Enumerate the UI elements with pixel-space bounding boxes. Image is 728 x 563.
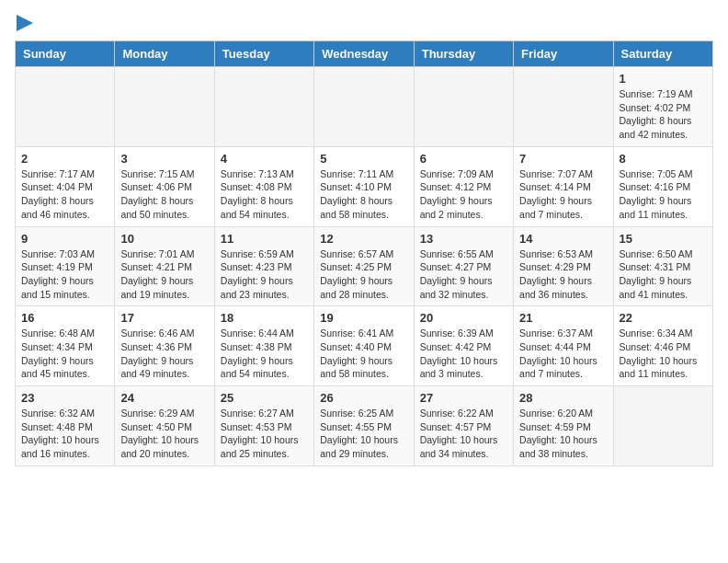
calendar-cell: 19Sunrise: 6:41 AM Sunset: 4:40 PM Dayli… [314,306,414,386]
day-number: 8 [620,152,707,166]
day-number: 14 [519,232,607,246]
day-info: Sunrise: 6:44 AM Sunset: 4:38 PM Dayligh… [221,327,308,381]
logo [15,15,33,31]
calendar-cell [613,386,712,466]
day-number: 1 [620,72,707,86]
day-info: Sunrise: 7:07 AM Sunset: 4:14 PM Dayligh… [519,167,607,222]
day-number: 7 [519,152,607,166]
day-info: Sunrise: 7:17 AM Sunset: 4:04 PM Dayligh… [21,167,108,222]
day-number: 17 [120,311,208,325]
logo-icon [17,15,33,31]
day-number: 9 [21,232,108,246]
calendar-header-friday: Friday [514,41,613,67]
day-number: 13 [420,232,507,246]
calendar-cell [414,67,513,147]
day-number: 28 [519,391,607,405]
day-info: Sunrise: 6:20 AM Sunset: 4:59 PM Dayligh… [519,407,607,461]
calendar-header-wednesday: Wednesday [314,41,414,67]
calendar-cell: 5Sunrise: 7:11 AM Sunset: 4:10 PM Daylig… [314,146,414,226]
day-number: 6 [420,152,507,166]
day-number: 12 [320,232,407,246]
calendar-cell: 24Sunrise: 6:29 AM Sunset: 4:50 PM Dayli… [115,386,214,466]
calendar-cell: 7Sunrise: 7:07 AM Sunset: 4:14 PM Daylig… [514,146,613,226]
svg-marker-0 [17,15,33,31]
calendar-cell: 21Sunrise: 6:37 AM Sunset: 4:44 PM Dayli… [514,306,613,386]
page-header [15,15,713,31]
day-info: Sunrise: 6:57 AM Sunset: 4:25 PM Dayligh… [320,247,407,302]
day-info: Sunrise: 6:46 AM Sunset: 4:36 PM Dayligh… [120,327,208,381]
day-info: Sunrise: 6:55 AM Sunset: 4:27 PM Dayligh… [420,247,507,302]
calendar-cell: 2Sunrise: 7:17 AM Sunset: 4:04 PM Daylig… [16,146,115,226]
day-info: Sunrise: 7:19 AM Sunset: 4:02 PM Dayligh… [620,87,707,142]
day-number: 26 [320,391,407,405]
calendar-header-row: SundayMondayTuesdayWednesdayThursdayFrid… [16,41,713,67]
day-info: Sunrise: 7:13 AM Sunset: 4:08 PM Dayligh… [221,167,308,222]
calendar-cell: 26Sunrise: 6:25 AM Sunset: 4:55 PM Dayli… [314,386,414,466]
calendar-week-2: 9Sunrise: 7:03 AM Sunset: 4:19 PM Daylig… [16,226,713,306]
day-number: 27 [420,391,507,405]
day-info: Sunrise: 6:22 AM Sunset: 4:57 PM Dayligh… [420,407,507,461]
calendar-header-thursday: Thursday [414,41,513,67]
calendar-cell: 4Sunrise: 7:13 AM Sunset: 4:08 PM Daylig… [214,146,313,226]
day-info: Sunrise: 6:25 AM Sunset: 4:55 PM Dayligh… [320,407,407,461]
calendar-cell: 10Sunrise: 7:01 AM Sunset: 4:21 PM Dayli… [115,226,214,306]
calendar-cell: 6Sunrise: 7:09 AM Sunset: 4:12 PM Daylig… [414,146,513,226]
day-number: 21 [519,311,607,325]
calendar-cell: 12Sunrise: 6:57 AM Sunset: 4:25 PM Dayli… [314,226,414,306]
day-info: Sunrise: 7:01 AM Sunset: 4:21 PM Dayligh… [120,247,208,302]
calendar-header-sunday: Sunday [16,41,115,67]
calendar-cell: 16Sunrise: 6:48 AM Sunset: 4:34 PM Dayli… [16,306,115,386]
day-number: 18 [221,311,308,325]
day-number: 22 [620,311,707,325]
calendar-cell: 11Sunrise: 6:59 AM Sunset: 4:23 PM Dayli… [214,226,313,306]
day-info: Sunrise: 6:27 AM Sunset: 4:53 PM Dayligh… [221,407,308,461]
day-number: 11 [221,232,308,246]
day-info: Sunrise: 6:29 AM Sunset: 4:50 PM Dayligh… [120,407,208,461]
calendar-cell: 13Sunrise: 6:55 AM Sunset: 4:27 PM Dayli… [414,226,513,306]
calendar-header-saturday: Saturday [613,41,712,67]
day-number: 20 [420,311,507,325]
day-info: Sunrise: 6:37 AM Sunset: 4:44 PM Dayligh… [519,327,607,381]
calendar-cell: 15Sunrise: 6:50 AM Sunset: 4:31 PM Dayli… [613,226,712,306]
calendar-cell: 8Sunrise: 7:05 AM Sunset: 4:16 PM Daylig… [613,146,712,226]
calendar-cell: 3Sunrise: 7:15 AM Sunset: 4:06 PM Daylig… [115,146,214,226]
day-info: Sunrise: 6:34 AM Sunset: 4:46 PM Dayligh… [620,327,707,381]
day-info: Sunrise: 7:03 AM Sunset: 4:19 PM Dayligh… [21,247,108,302]
calendar-week-1: 2Sunrise: 7:17 AM Sunset: 4:04 PM Daylig… [16,146,713,226]
day-number: 4 [221,152,308,166]
calendar-header-monday: Monday [115,41,214,67]
calendar-cell: 25Sunrise: 6:27 AM Sunset: 4:53 PM Dayli… [214,386,313,466]
calendar-cell [214,67,313,147]
day-number: 15 [620,232,707,246]
calendar-cell: 23Sunrise: 6:32 AM Sunset: 4:48 PM Dayli… [16,386,115,466]
day-info: Sunrise: 6:39 AM Sunset: 4:42 PM Dayligh… [420,327,507,381]
day-number: 23 [21,391,108,405]
calendar-cell: 1Sunrise: 7:19 AM Sunset: 4:02 PM Daylig… [613,67,712,147]
day-number: 5 [320,152,407,166]
calendar-cell: 20Sunrise: 6:39 AM Sunset: 4:42 PM Dayli… [414,306,513,386]
calendar-cell: 14Sunrise: 6:53 AM Sunset: 4:29 PM Dayli… [514,226,613,306]
day-info: Sunrise: 6:48 AM Sunset: 4:34 PM Dayligh… [21,327,108,381]
calendar-cell [16,67,115,147]
calendar-week-4: 23Sunrise: 6:32 AM Sunset: 4:48 PM Dayli… [16,386,713,466]
calendar-header-tuesday: Tuesday [214,41,313,67]
day-number: 10 [120,232,208,246]
calendar-cell: 28Sunrise: 6:20 AM Sunset: 4:59 PM Dayli… [514,386,613,466]
day-number: 2 [21,152,108,166]
day-info: Sunrise: 7:15 AM Sunset: 4:06 PM Dayligh… [120,167,208,222]
calendar-week-3: 16Sunrise: 6:48 AM Sunset: 4:34 PM Dayli… [16,306,713,386]
calendar-cell: 27Sunrise: 6:22 AM Sunset: 4:57 PM Dayli… [414,386,513,466]
day-info: Sunrise: 6:53 AM Sunset: 4:29 PM Dayligh… [519,247,607,302]
day-number: 3 [120,152,208,166]
calendar-cell [314,67,414,147]
day-number: 19 [320,311,407,325]
calendar-cell: 18Sunrise: 6:44 AM Sunset: 4:38 PM Dayli… [214,306,313,386]
day-number: 24 [120,391,208,405]
calendar-cell: 9Sunrise: 7:03 AM Sunset: 4:19 PM Daylig… [16,226,115,306]
day-info: Sunrise: 7:09 AM Sunset: 4:12 PM Dayligh… [420,167,507,222]
calendar-cell [514,67,613,147]
day-info: Sunrise: 7:11 AM Sunset: 4:10 PM Dayligh… [320,167,407,222]
day-number: 16 [21,311,108,325]
calendar-week-0: 1Sunrise: 7:19 AM Sunset: 4:02 PM Daylig… [16,67,713,147]
day-info: Sunrise: 7:05 AM Sunset: 4:16 PM Dayligh… [620,167,707,222]
